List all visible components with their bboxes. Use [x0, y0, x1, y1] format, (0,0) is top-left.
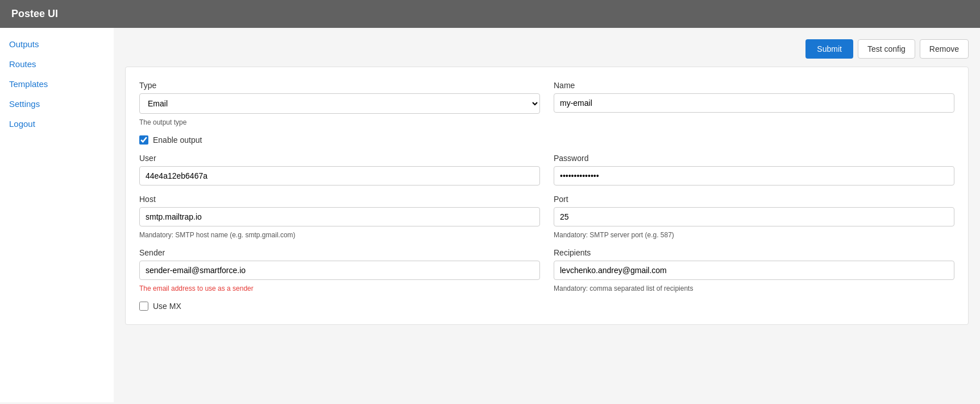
type-group: Type Email Slack Teams Webhook Splunk Se… [139, 81, 540, 126]
name-input[interactable] [554, 93, 954, 113]
main-content: Submit Test config Remove Type Email Sla… [114, 28, 980, 402]
form-card: Type Email Slack Teams Webhook Splunk Se… [125, 67, 969, 325]
name-group: Name [554, 81, 954, 126]
sidebar-item-logout[interactable]: Logout [9, 119, 105, 129]
user-input[interactable] [139, 166, 540, 185]
sidebar: Outputs Routes Templates Settings Logout [0, 28, 114, 402]
top-bar: Postee UI [0, 0, 980, 28]
remove-button[interactable]: Remove [920, 39, 969, 59]
password-input[interactable] [554, 166, 954, 185]
recipients-label: Recipients [554, 248, 954, 257]
use-mx-checkbox[interactable] [139, 302, 148, 311]
name-label: Name [554, 81, 954, 90]
recipients-group: Recipients Mandatory: comma separated li… [554, 248, 954, 292]
password-group: Password [554, 154, 954, 185]
sender-recipients-row: Sender The email address to use as a sen… [139, 248, 954, 292]
recipients-hint: Mandatory: comma separated list of recip… [554, 285, 954, 292]
sidebar-item-routes[interactable]: Routes [9, 59, 105, 69]
host-port-row: Host Mandatory: SMTP host name (e.g. smt… [139, 195, 954, 239]
port-label: Port [554, 195, 954, 204]
user-label: User [139, 154, 540, 163]
test-config-button[interactable]: Test config [858, 39, 915, 59]
host-input[interactable] [139, 207, 540, 226]
port-input[interactable] [554, 207, 954, 226]
sender-group: Sender The email address to use as a sen… [139, 248, 540, 292]
use-mx-label: Use MX [153, 302, 181, 311]
sender-hint: The email address to use as a sender [139, 285, 540, 292]
submit-button[interactable]: Submit [805, 39, 853, 59]
sender-label: Sender [139, 248, 540, 257]
type-select[interactable]: Email Slack Teams Webhook Splunk Service… [139, 93, 540, 114]
host-label: Host [139, 195, 540, 204]
host-hint: Mandatory: SMTP host name (e.g. smtp.gma… [139, 231, 540, 239]
type-name-row: Type Email Slack Teams Webhook Splunk Se… [139, 81, 954, 126]
enable-output-row: Enable output [139, 135, 954, 145]
sidebar-item-settings[interactable]: Settings [9, 99, 105, 109]
type-label: Type [139, 81, 540, 90]
user-group: User [139, 154, 540, 185]
sidebar-item-outputs[interactable]: Outputs [9, 39, 105, 49]
sender-input[interactable] [139, 261, 540, 280]
enable-output-checkbox[interactable] [139, 135, 148, 145]
enable-output-label: Enable output [153, 135, 202, 145]
host-group: Host Mandatory: SMTP host name (e.g. smt… [139, 195, 540, 239]
action-buttons: Submit Test config Remove [805, 39, 969, 59]
type-hint: The output type [139, 118, 540, 126]
use-mx-row: Use MX [139, 302, 954, 311]
app-title: Postee UI [11, 8, 58, 19]
sidebar-item-templates[interactable]: Templates [9, 79, 105, 89]
port-group: Port Mandatory: SMTP server port (e.g. 5… [554, 195, 954, 239]
password-label: Password [554, 154, 954, 163]
port-hint: Mandatory: SMTP server port (e.g. 587) [554, 231, 954, 239]
user-password-row: User Password [139, 154, 954, 185]
recipients-input[interactable] [554, 261, 954, 280]
